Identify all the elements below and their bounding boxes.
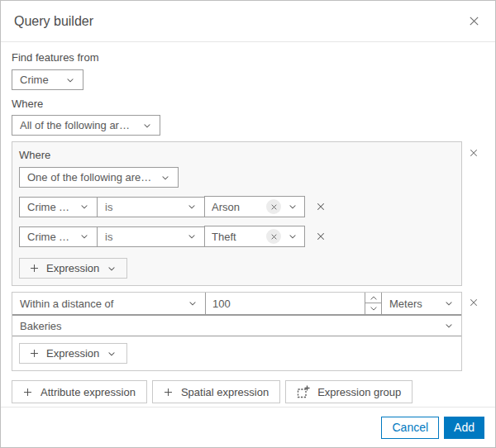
units-select[interactable]: Meters [381,293,461,315]
cancel-button[interactable]: Cancel [381,417,439,439]
chevron-down-icon [160,173,170,183]
chevron-down-icon [288,231,298,241]
group-operator-select[interactable]: One of the following are tr... [19,167,179,188]
group-operator-value: One of the following are tr... [27,171,154,183]
add-expression-label: Expression [46,347,99,360]
distance-input[interactable] [206,293,365,314]
remove-group-button[interactable] [467,296,480,309]
add-expression-button[interactable]: Expression [19,343,127,364]
field-select-value: Crime Type [27,201,73,213]
clear-value-button[interactable] [266,199,281,214]
add-spatial-expression-button[interactable]: Spatial expression [152,380,280,403]
expression-group-label: Expression group [317,386,401,398]
value-combobox[interactable]: Theft [204,226,305,247]
distance-input-wrap [205,293,382,315]
dialog-title: Query builder [14,14,93,29]
field-select-value: Crime Type [27,231,73,243]
spatial-group-panel: Within a distance of [12,292,462,371]
operator-select-value: is [105,231,180,243]
spatial-operator-value: Within a distance of [20,298,181,310]
plus-icon [30,264,39,273]
x-icon [316,231,326,241]
operator-select-value: is [105,201,180,213]
add-expression-label: Expression [46,262,99,274]
spatial-layer-select[interactable]: Bakeries [12,315,461,336]
chevron-down-icon [288,202,298,212]
plus-icon [164,388,173,397]
operator-select[interactable]: is [97,226,205,247]
spatial-expression-label: Spatial expression [181,386,269,398]
dialog-header: Query builder [1,1,495,42]
field-select[interactable]: Crime Type [19,226,98,247]
chevron-down-icon [142,121,152,131]
spatial-layer-value: Bakeries [20,320,437,332]
remove-expression-button[interactable] [314,230,327,243]
caret-up-icon [370,295,378,301]
stepper-down-button[interactable] [365,303,381,314]
attribute-expression-group: Where One of the following are tr... Cri… [12,141,484,286]
value-text: Arson [212,201,266,213]
dialog-footer: Cancel Add [1,407,495,447]
where-operator-value: All of the following are true [20,119,136,131]
chevron-down-icon [107,264,117,274]
chevron-down-icon [444,321,454,331]
query-builder-dialog: Query builder Find features from Crime W… [0,0,496,448]
add-attribute-expression-button[interactable]: Attribute expression [12,380,147,403]
distance-stepper [365,293,381,314]
expression-row: Crime Type is Theft [19,226,455,247]
layer-select[interactable]: Crime [12,69,83,90]
caret-down-icon [370,306,378,312]
close-button[interactable] [466,13,482,29]
value-combobox[interactable]: Arson [204,196,305,217]
chevron-down-icon [187,202,197,212]
x-icon [316,202,326,212]
x-icon [469,148,479,158]
add-expression-button[interactable]: Expression [19,258,127,279]
spatial-expression-row: Within a distance of [12,293,461,315]
expression-row: Crime Type is Arson [19,196,455,217]
plus-icon [30,349,39,358]
add-button[interactable]: Add [444,417,484,439]
remove-group-button[interactable] [467,146,480,160]
stepper-up-button[interactable] [365,293,381,303]
dashed-square-plus-icon [297,385,310,398]
units-select-value: Meters [389,298,437,310]
expression-actions: Attribute expression Spatial expression … [12,380,484,403]
x-icon [469,298,479,307]
chevron-down-icon [107,349,117,359]
find-features-label: Find features from [12,51,484,64]
plus-icon [23,388,32,397]
remove-expression-button[interactable] [314,200,327,213]
x-icon [270,233,278,241]
chevron-down-icon [188,298,198,308]
chevron-down-icon [65,75,75,85]
field-select[interactable]: Crime Type [19,197,98,217]
spatial-expression-group: Within a distance of [12,292,484,371]
where-label: Where [12,98,484,110]
chevron-down-icon [79,231,89,241]
spatial-operator-select[interactable]: Within a distance of [12,293,206,315]
add-expression-group-button[interactable]: Expression group [285,380,413,403]
where-operator-select[interactable]: All of the following are true [12,115,160,136]
chevron-down-icon [187,231,197,241]
chevron-down-icon [79,202,89,212]
operator-select[interactable]: is [97,197,205,217]
layer-select-value: Crime [20,74,59,86]
x-icon [270,203,278,211]
attribute-group-panel: Where One of the following are tr... Cri… [12,141,462,286]
clear-value-button[interactable] [266,229,281,244]
chevron-down-icon [444,298,454,308]
attribute-expression-label: Attribute expression [41,386,136,398]
close-icon [468,15,480,27]
value-text: Theft [212,231,266,243]
dialog-body: Find features from Crime Where All of th… [1,42,495,407]
group-where-label: Where [19,149,455,161]
